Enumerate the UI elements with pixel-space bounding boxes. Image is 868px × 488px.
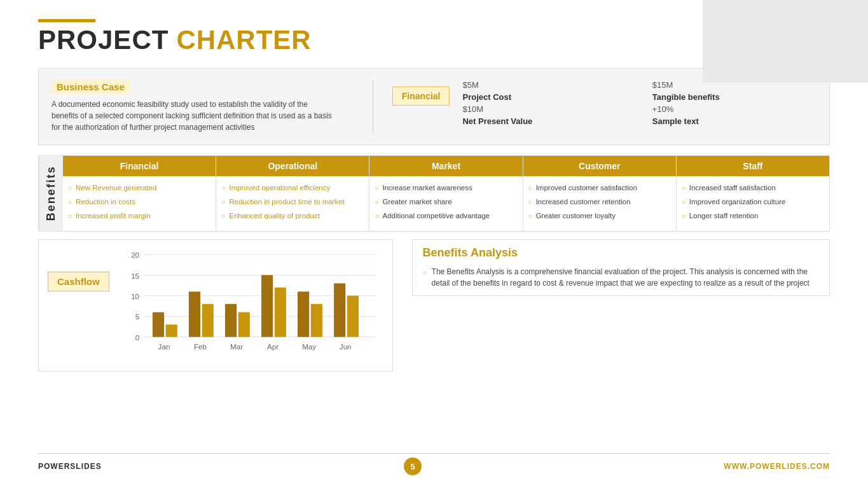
cashflow-chart: 20 15 10 5 0 Jan Feb [120, 246, 383, 362]
bullet-icon: ○ [68, 212, 72, 221]
list-item: ○ Additional competitive advantage [375, 211, 516, 221]
list-item: ○ Enhanced quality of product [221, 211, 362, 221]
benefit-header-financial: Financial [63, 156, 216, 176]
list-item: ○ Greater customer loyalty [528, 211, 670, 221]
top-decoration [703, 0, 868, 83]
bullet-icon: ○ [221, 212, 225, 221]
bullet-icon: ○ [375, 198, 378, 207]
fin-label-4: Sample text [652, 116, 816, 126]
bar-apr-2 [274, 288, 286, 337]
benefit-text: Reduction in product time to market [229, 197, 345, 207]
bullet-icon: ○ [682, 198, 685, 207]
cashflow-section: Cashflow 20 15 10 5 0 [38, 239, 393, 372]
benefit-header-operational: Operational [216, 156, 369, 176]
list-item: ○ Increase market awareness [375, 183, 516, 193]
bottom-row: Cashflow 20 15 10 5 0 [38, 239, 830, 445]
financial-label: Financial [392, 87, 450, 106]
benefits-analysis-text: The Benefits Analysis is a comprehensive… [432, 266, 819, 289]
benefit-items-financial: ○ New Revenue generated ○ Reduction in c… [63, 176, 216, 231]
svg-text:Jun: Jun [340, 342, 352, 351]
list-item: ○ Longer staff retention [682, 211, 823, 221]
list-item: ○ New Revenue generated [68, 183, 209, 193]
list-item: ○ Improved operational efficiency [221, 183, 362, 193]
benefit-text: New Revenue generated [76, 183, 156, 193]
bar-feb-1 [189, 292, 200, 337]
fin-value-1: $5M [462, 80, 626, 90]
bar-feb-2 [202, 304, 213, 337]
footer-page-number: 5 [404, 457, 422, 475]
benefit-text: Increased staff satisfaction [689, 183, 776, 193]
fin-value-3: $10M [462, 104, 626, 114]
list-item: ○ Increased staff satisfaction [682, 183, 823, 193]
cashflow-label: Cashflow [48, 272, 109, 291]
bullet-icon: ○ [528, 212, 532, 221]
benefit-text: Additional competitive advantage [382, 211, 490, 221]
svg-text:5: 5 [135, 313, 139, 321]
svg-text:Jan: Jan [158, 342, 170, 351]
fin-label-3: Net Present Value [462, 116, 626, 126]
list-item: ○ Improved customer satisfaction [528, 183, 670, 193]
benefit-text: Improved customer satisfaction [536, 183, 637, 193]
benefit-text: Increased profit margin [76, 211, 151, 221]
bar-mar-1 [225, 304, 237, 337]
benefit-items-staff: ○ Increased staff satisfaction ○ Improve… [677, 176, 829, 231]
financial-data: $5M $15M Project Cost Tangible benefits … [462, 80, 816, 126]
svg-text:Apr: Apr [267, 342, 279, 351]
benefit-text: Greater customer loyalty [536, 211, 616, 221]
benefit-text: Reduction in costs [76, 197, 135, 207]
bar-may-1 [298, 292, 309, 337]
svg-text:10: 10 [131, 292, 139, 300]
svg-text:Feb: Feb [194, 342, 207, 351]
list-item: ○ Greater market share [375, 197, 516, 207]
benefit-items-operational: ○ Improved operational efficiency ○ Redu… [216, 176, 369, 231]
footer: POWERSLIDES 5 WWW.POWERLIDES.COM [38, 453, 830, 475]
benefits-analysis-item: ○ The Benefits Analysis is a comprehensi… [423, 266, 819, 289]
ba-bullet-icon: ○ [423, 268, 427, 277]
benefit-col-customer: Customer ○ Improved customer satisfactio… [523, 156, 677, 231]
bullet-icon: ○ [221, 184, 225, 193]
benefits-columns: Financial ○ New Revenue generated ○ Redu… [63, 156, 829, 231]
svg-text:20: 20 [131, 251, 139, 259]
bullet-icon: ○ [68, 184, 72, 193]
benefit-header-staff: Staff [677, 156, 829, 176]
divider [373, 80, 373, 133]
footer-brand-right: WWW.POWERLIDES.COM [724, 462, 830, 471]
benefit-text: Improved operational efficiency [229, 183, 330, 193]
bullet-icon: ○ [528, 198, 532, 207]
accent-bar [38, 19, 95, 22]
bullet-icon: ○ [375, 184, 378, 193]
list-item: ○ Reduction in costs [68, 197, 209, 207]
benefits-section: Benefits Financial ○ New Revenue generat… [38, 155, 830, 232]
business-case-title: Business Case [52, 80, 130, 94]
benefit-col-staff: Staff ○ Increased staff satisfaction ○ I… [677, 156, 829, 231]
benefit-items-customer: ○ Improved customer satisfaction ○ Incre… [523, 176, 676, 231]
benefits-sidebar-label: Benefits [39, 156, 63, 231]
bar-mar-2 [238, 312, 249, 337]
bullet-icon: ○ [375, 212, 378, 221]
bullet-icon: ○ [682, 184, 685, 193]
svg-text:15: 15 [131, 272, 139, 280]
bullet-icon: ○ [682, 212, 685, 221]
benefit-items-market: ○ Increase market awareness ○ Greater ma… [369, 176, 522, 231]
benefit-col-operational: Operational ○ Improved operational effic… [216, 156, 369, 231]
benefit-text: Improved organization culture [689, 197, 786, 207]
list-item: ○ Reduction in product time to market [221, 197, 362, 207]
title-part2: CHARTER [176, 25, 311, 55]
fin-label-2: Tangible benefits [652, 92, 816, 102]
bullet-icon: ○ [68, 198, 72, 207]
bullet-icon: ○ [221, 198, 225, 207]
financial-section: Financial $5M $15M Project Cost Tangible… [392, 80, 816, 126]
bar-jun-1 [334, 284, 345, 337]
benefit-col-market: Market ○ Increase market awareness ○ Gre… [369, 156, 523, 231]
business-case-text: A documented economic feasibility study … [52, 99, 334, 133]
benefit-text: Longer staff retention [689, 211, 758, 221]
list-item: ○ Improved organization culture [682, 197, 823, 207]
benefit-text: Enhanced quality of product [229, 211, 320, 221]
footer-brand-left: POWERSLIDES [38, 462, 102, 471]
list-item: ○ Increased profit margin [68, 211, 209, 221]
benefit-header-market: Market [369, 156, 522, 176]
bar-may-2 [310, 304, 322, 337]
svg-text:Mar: Mar [230, 342, 243, 351]
benefit-header-customer: Customer [523, 156, 676, 176]
title-part1: PROJECT [38, 25, 169, 55]
